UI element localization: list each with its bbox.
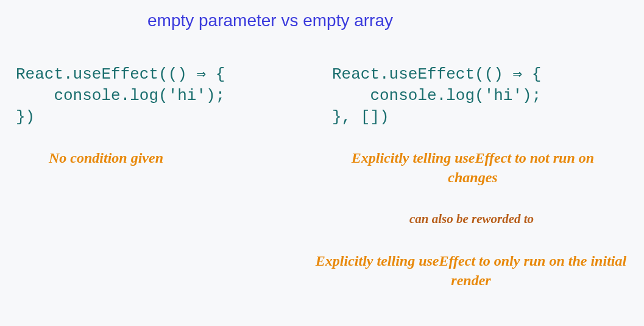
code-snippet-empty-array: React.useEffect(() ⇒ { console.log('hi')… [332,64,541,128]
page-title: empty parameter vs empty array [147,11,393,30]
annotation-right-secondary: Explicitly telling useEffect to only run… [300,251,642,291]
annotation-left: No condition given [49,148,163,168]
code-snippet-no-deps: React.useEffect(() ⇒ { console.log('hi')… [16,64,225,128]
annotation-right-primary: Explicitly telling useEffect to not run … [351,148,595,188]
annotation-right-transition: can also be reworded to [374,210,569,227]
